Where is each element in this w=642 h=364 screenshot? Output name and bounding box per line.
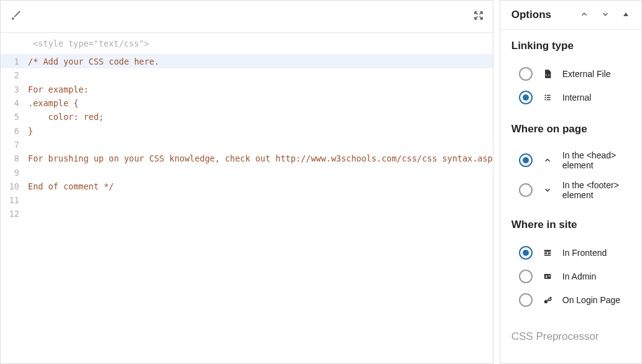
option-label: External File bbox=[562, 69, 611, 79]
editor-toolbar bbox=[1, 1, 493, 33]
code-editor-panel: <style type="text/css"> 1/* Add your CSS… bbox=[0, 0, 493, 364]
section-title: Linking type bbox=[511, 40, 630, 52]
layout-icon bbox=[541, 248, 554, 257]
section-title: CSS Preprocessor bbox=[511, 330, 630, 343]
code-lines[interactable]: 1/* Add your CSS code here. 2 3For examp… bbox=[1, 55, 493, 363]
radio-button[interactable] bbox=[519, 67, 533, 81]
options-nav bbox=[579, 10, 630, 20]
code-line: 12 bbox=[1, 207, 493, 221]
code-line: 4.example { bbox=[1, 96, 493, 110]
option-in-head[interactable]: In the <head> element bbox=[511, 145, 630, 175]
code-line: 10End of comment */ bbox=[1, 180, 493, 193]
chevron-down-icon[interactable] bbox=[600, 10, 610, 20]
code-line: 5 color: red; bbox=[1, 110, 493, 124]
code-line: 6} bbox=[1, 124, 493, 137]
option-admin[interactable]: In Admin bbox=[511, 265, 630, 288]
section-where-in-site: Where in site In Frontend In Admin On Lo… bbox=[500, 209, 641, 316]
code-line: 3For example: bbox=[1, 83, 493, 96]
key-icon bbox=[541, 295, 554, 305]
radio-button[interactable] bbox=[519, 91, 533, 104]
radio-button[interactable] bbox=[519, 183, 533, 197]
section-where-on-page: Where on page In the <head> element In t… bbox=[500, 113, 641, 209]
code-line: 9 bbox=[1, 165, 493, 179]
code-context-line: <style type="text/css"> bbox=[1, 33, 493, 55]
option-label: In the <footer> element bbox=[562, 180, 630, 200]
svg-rect-0 bbox=[544, 250, 551, 252]
option-label: In Frontend bbox=[562, 248, 607, 258]
code-line: 2 bbox=[1, 68, 493, 82]
option-in-footer[interactable]: In the <footer> element bbox=[511, 175, 630, 205]
option-login[interactable]: On Login Page bbox=[511, 288, 630, 312]
radio-button[interactable] bbox=[519, 153, 533, 167]
options-panel: Options Linking type External File bbox=[500, 0, 642, 364]
section-css-preprocessor: CSS Preprocessor bbox=[500, 316, 641, 357]
code-area[interactable]: <style type="text/css"> 1/* Add your CSS… bbox=[1, 33, 493, 363]
radio-button[interactable] bbox=[519, 270, 533, 283]
section-linking-type: Linking type External File Internal bbox=[500, 30, 641, 113]
radio-button[interactable] bbox=[519, 293, 533, 307]
options-header: Options bbox=[500, 1, 641, 30]
section-title: Where in site bbox=[511, 219, 630, 231]
svg-rect-1 bbox=[544, 252, 548, 253]
file-code-icon bbox=[541, 68, 554, 80]
radio-button[interactable] bbox=[519, 246, 533, 260]
svg-rect-3 bbox=[544, 255, 551, 256]
svg-point-5 bbox=[546, 275, 547, 276]
svg-rect-2 bbox=[548, 252, 551, 253]
lines-icon bbox=[541, 93, 554, 102]
chevron-up-icon bbox=[541, 156, 554, 165]
code-line: 1/* Add your CSS code here. bbox=[1, 55, 493, 68]
options-title: Options bbox=[511, 9, 551, 21]
chevron-up-icon[interactable] bbox=[579, 10, 589, 20]
code-line: 7 bbox=[1, 138, 493, 152]
section-title: Where on page bbox=[511, 123, 630, 135]
chevron-down-icon bbox=[541, 186, 554, 194]
brush-icon[interactable] bbox=[9, 9, 22, 24]
option-label: On Login Page bbox=[562, 295, 620, 305]
code-line: 11 bbox=[1, 193, 493, 207]
fullscreen-icon[interactable] bbox=[473, 10, 484, 23]
option-label: In Admin bbox=[562, 271, 596, 281]
code-line: 8For brushing up on your CSS knowledge, … bbox=[1, 152, 493, 165]
option-label: In the <head> element bbox=[562, 150, 630, 170]
id-card-icon bbox=[541, 272, 554, 281]
option-external-file[interactable]: External File bbox=[511, 62, 630, 86]
svg-point-6 bbox=[544, 300, 547, 303]
option-frontend[interactable]: In Frontend bbox=[511, 241, 630, 265]
option-internal[interactable]: Internal bbox=[511, 86, 630, 109]
triangle-up-icon[interactable] bbox=[621, 10, 630, 20]
option-label: Internal bbox=[562, 93, 592, 102]
